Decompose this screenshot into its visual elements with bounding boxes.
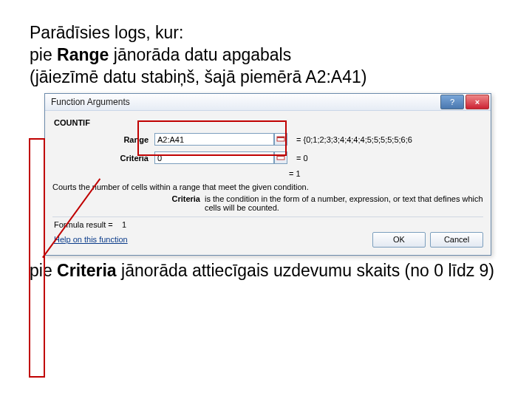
help-icon: ? — [450, 98, 454, 106]
outro-bold-criteria: Criteria — [57, 261, 117, 280]
criteria-desc-text: is the condition in the form of a number… — [205, 194, 483, 212]
annotation-rect-left — [29, 138, 45, 378]
criteria-collapse-button[interactable] — [274, 151, 287, 164]
close-button[interactable]: × — [466, 95, 489, 109]
ok-button[interactable]: OK — [372, 232, 426, 248]
criteria-evaluation: = 0 — [296, 154, 308, 163]
range-row: Range = {0;1;2;3;3;4;4;4;4;5;5;5;5;5;6;6 — [60, 132, 483, 148]
range-label: Range — [60, 135, 154, 144]
collapse-icon — [276, 136, 285, 143]
function-arguments-dialog: Function Arguments ? × COUNTIF Range = {… — [44, 93, 491, 256]
svg-rect-1 — [277, 137, 284, 138]
outro-pre: pie — [30, 261, 57, 280]
titlebar[interactable]: Function Arguments ? × — [45, 94, 491, 111]
help-link[interactable]: Help on this function — [54, 235, 128, 244]
criteria-row: Criteria = 0 — [60, 150, 483, 166]
intro-paragraph: Parādīsies logs, kur: pie Range jānorāda… — [30, 22, 502, 89]
intro-line-3: (jāiezīmē datu stabiņš, šajā piemērā A2:… — [30, 67, 366, 86]
criteria-desc-label: Criteria — [52, 194, 205, 212]
function-name: COUNTIF — [54, 118, 483, 127]
close-icon: × — [475, 98, 480, 106]
function-description: Courts the number of cells within a rang… — [52, 183, 483, 191]
formula-result: Formula result = 1 — [54, 220, 483, 229]
divider — [52, 216, 483, 217]
range-evaluation: = {0;1;2;3;3;4;4;4;4;5;5;5;5;5;6;6 — [296, 135, 412, 144]
formula-result-value: 1 — [122, 220, 126, 229]
overall-result: = 1 — [289, 169, 483, 178]
criteria-label: Criteria — [60, 154, 154, 163]
dialog-footer: Help on this function OK Cancel — [52, 232, 483, 250]
range-input[interactable] — [154, 133, 274, 146]
dialog-container: Function Arguments ? × COUNTIF Range = {… — [44, 93, 491, 256]
svg-rect-3 — [277, 155, 284, 157]
help-button[interactable]: ? — [440, 95, 464, 109]
outro-post: jānorāda attiecīgais uzdevumu skaits (no… — [117, 261, 494, 280]
range-input-wrap — [154, 133, 287, 146]
outro-paragraph: pie Criteria jānorāda attiecīgais uzdevu… — [30, 260, 502, 282]
intro-line-1: Parādīsies logs, kur: — [30, 23, 183, 42]
range-collapse-button[interactable] — [274, 133, 287, 146]
dialog-body: COUNTIF Range = {0;1;2;3;3;4;4;4;4;5;5;5… — [45, 111, 491, 255]
intro-post: jānorāda datu apgabals — [109, 45, 291, 64]
intro-bold-range: Range — [57, 45, 109, 64]
dialog-title: Function Arguments — [51, 97, 440, 107]
criteria-input-wrap — [154, 151, 287, 164]
criteria-input[interactable] — [154, 151, 274, 164]
collapse-icon — [276, 154, 285, 162]
intro-pre: pie — [30, 45, 57, 64]
formula-result-label: Formula result = — [54, 220, 113, 229]
criteria-description-row: Criteria is the condition in the form of… — [52, 194, 483, 212]
arguments-area: Range = {0;1;2;3;3;4;4;4;4;5;5;5;5;5;6;6… — [60, 132, 483, 166]
cancel-button[interactable]: Cancel — [430, 232, 483, 248]
